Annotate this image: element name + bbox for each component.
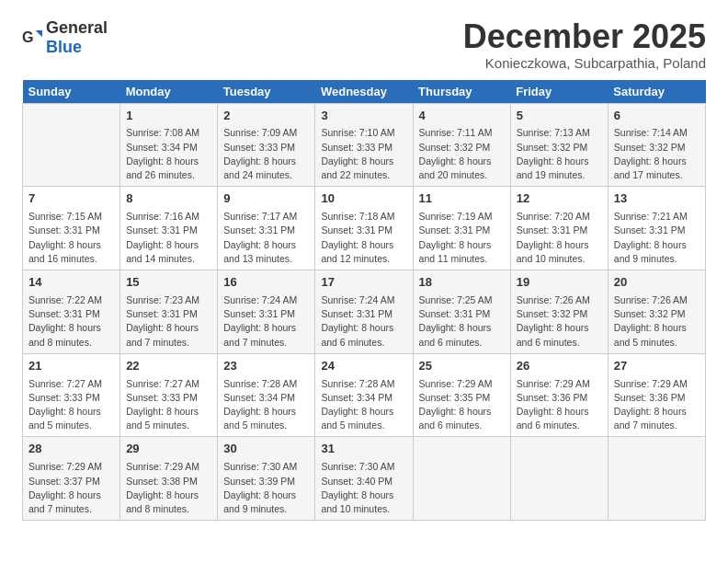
calendar-cell: 4Sunrise: 7:11 AM Sunset: 3:32 PM Daylig… (413, 103, 510, 187)
calendar-cell: 25Sunrise: 7:29 AM Sunset: 3:35 PM Dayli… (413, 353, 510, 437)
day-number: 16 (223, 274, 309, 292)
day-number: 20 (614, 274, 700, 292)
day-number: 9 (223, 190, 309, 208)
day-number: 12 (517, 190, 602, 208)
calendar-title: December 2025 (463, 18, 706, 55)
day-number: 15 (126, 274, 211, 292)
day-number: 2 (223, 108, 309, 125)
calendar-cell: 31Sunrise: 7:30 AM Sunset: 3:40 PM Dayli… (315, 437, 413, 521)
calendar-cell: 27Sunrise: 7:29 AM Sunset: 3:36 PM Dayli… (608, 353, 705, 437)
calendar-cell: 11Sunrise: 7:19 AM Sunset: 3:31 PM Dayli… (413, 187, 510, 270)
col-header-friday: Friday (510, 80, 608, 104)
cell-info: Sunrise: 7:29 AM Sunset: 3:35 PM Dayligh… (419, 377, 505, 433)
cell-info: Sunrise: 7:21 AM Sunset: 3:31 PM Dayligh… (614, 210, 700, 266)
col-header-sunday: Sunday (23, 80, 120, 104)
calendar-week-row: 28Sunrise: 7:29 AM Sunset: 3:37 PM Dayli… (23, 437, 706, 521)
cell-info: Sunrise: 7:17 AM Sunset: 3:31 PM Dayligh… (223, 210, 309, 266)
day-number: 3 (321, 108, 406, 125)
day-number: 14 (28, 274, 114, 292)
day-number: 19 (517, 274, 602, 292)
calendar-cell: 21Sunrise: 7:27 AM Sunset: 3:33 PM Dayli… (23, 353, 120, 437)
day-number: 6 (614, 108, 700, 125)
day-number: 29 (126, 441, 211, 458)
calendar-header-row: SundayMondayTuesdayWednesdayThursdayFrid… (23, 80, 706, 104)
cell-info: Sunrise: 7:09 AM Sunset: 3:33 PM Dayligh… (223, 126, 309, 182)
day-number: 27 (614, 358, 700, 375)
cell-info: Sunrise: 7:29 AM Sunset: 3:36 PM Dayligh… (517, 377, 602, 433)
calendar-cell: 3Sunrise: 7:10 AM Sunset: 3:33 PM Daylig… (315, 103, 413, 187)
day-number: 21 (28, 358, 114, 375)
cell-info: Sunrise: 7:24 AM Sunset: 3:31 PM Dayligh… (223, 293, 309, 350)
calendar-cell: 17Sunrise: 7:24 AM Sunset: 3:31 PM Dayli… (315, 270, 413, 354)
calendar-week-row: 21Sunrise: 7:27 AM Sunset: 3:33 PM Dayli… (23, 353, 706, 437)
calendar-cell: 10Sunrise: 7:18 AM Sunset: 3:31 PM Dayli… (315, 187, 413, 270)
calendar-cell: 26Sunrise: 7:29 AM Sunset: 3:36 PM Dayli… (510, 353, 608, 437)
calendar-cell: 16Sunrise: 7:24 AM Sunset: 3:31 PM Dayli… (218, 270, 315, 354)
cell-info: Sunrise: 7:24 AM Sunset: 3:31 PM Dayligh… (321, 293, 406, 350)
cell-info: Sunrise: 7:29 AM Sunset: 3:37 PM Dayligh… (28, 460, 114, 516)
cell-info: Sunrise: 7:25 AM Sunset: 3:31 PM Dayligh… (419, 293, 505, 350)
day-number: 7 (28, 190, 114, 208)
calendar-cell: 18Sunrise: 7:25 AM Sunset: 3:31 PM Dayli… (413, 270, 510, 354)
day-number: 11 (419, 190, 505, 208)
title-area: December 2025 Konieczkowa, Subcarpathia,… (463, 18, 706, 71)
day-number: 4 (419, 108, 505, 125)
cell-info: Sunrise: 7:16 AM Sunset: 3:31 PM Dayligh… (126, 210, 211, 266)
cell-info: Sunrise: 7:19 AM Sunset: 3:31 PM Dayligh… (419, 210, 505, 266)
day-number: 8 (126, 190, 211, 208)
day-number: 18 (419, 274, 505, 292)
svg-text:G: G (22, 29, 34, 45)
calendar-cell: 24Sunrise: 7:28 AM Sunset: 3:34 PM Dayli… (315, 353, 413, 437)
cell-info: Sunrise: 7:10 AM Sunset: 3:33 PM Dayligh… (321, 126, 406, 182)
cell-info: Sunrise: 7:27 AM Sunset: 3:33 PM Dayligh… (126, 377, 211, 433)
cell-info: Sunrise: 7:29 AM Sunset: 3:38 PM Dayligh… (126, 460, 211, 516)
cell-info: Sunrise: 7:15 AM Sunset: 3:31 PM Dayligh… (28, 210, 114, 266)
cell-info: Sunrise: 7:30 AM Sunset: 3:39 PM Dayligh… (223, 460, 309, 516)
calendar-cell: 30Sunrise: 7:30 AM Sunset: 3:39 PM Dayli… (218, 437, 315, 521)
cell-info: Sunrise: 7:22 AM Sunset: 3:31 PM Dayligh… (28, 293, 114, 350)
col-header-monday: Monday (120, 80, 218, 104)
cell-info: Sunrise: 7:11 AM Sunset: 3:32 PM Dayligh… (419, 126, 505, 182)
calendar-cell: 9Sunrise: 7:17 AM Sunset: 3:31 PM Daylig… (218, 187, 315, 270)
logo: G General Blue (22, 18, 108, 57)
calendar-cell: 14Sunrise: 7:22 AM Sunset: 3:31 PM Dayli… (23, 270, 120, 354)
cell-info: Sunrise: 7:26 AM Sunset: 3:32 PM Dayligh… (614, 293, 700, 350)
day-number: 30 (223, 441, 309, 458)
calendar-cell: 19Sunrise: 7:26 AM Sunset: 3:32 PM Dayli… (510, 270, 608, 354)
calendar-subtitle: Konieczkowa, Subcarpathia, Poland (463, 55, 706, 71)
day-number: 24 (321, 358, 406, 375)
day-number: 1 (126, 108, 211, 125)
calendar-week-row: 14Sunrise: 7:22 AM Sunset: 3:31 PM Dayli… (23, 270, 706, 354)
cell-info: Sunrise: 7:18 AM Sunset: 3:31 PM Dayligh… (321, 210, 406, 266)
calendar-cell: 28Sunrise: 7:29 AM Sunset: 3:37 PM Dayli… (23, 437, 120, 521)
cell-info: Sunrise: 7:29 AM Sunset: 3:36 PM Dayligh… (614, 377, 700, 433)
day-number: 31 (321, 441, 406, 458)
logo-icon: G (22, 28, 42, 48)
cell-info: Sunrise: 7:28 AM Sunset: 3:34 PM Dayligh… (321, 377, 406, 433)
calendar-week-row: 1Sunrise: 7:08 AM Sunset: 3:34 PM Daylig… (23, 103, 706, 187)
calendar-cell (510, 437, 608, 521)
day-number: 26 (517, 358, 602, 375)
calendar-cell: 22Sunrise: 7:27 AM Sunset: 3:33 PM Dayli… (120, 353, 218, 437)
calendar-cell: 12Sunrise: 7:20 AM Sunset: 3:31 PM Dayli… (510, 187, 608, 270)
col-header-thursday: Thursday (413, 80, 510, 104)
day-number: 25 (419, 358, 505, 375)
day-number: 28 (28, 441, 114, 458)
calendar-cell: 6Sunrise: 7:14 AM Sunset: 3:32 PM Daylig… (608, 103, 705, 187)
calendar-cell (413, 437, 510, 521)
logo-general: General (46, 18, 108, 37)
day-number: 5 (517, 108, 602, 125)
cell-info: Sunrise: 7:14 AM Sunset: 3:32 PM Dayligh… (614, 126, 700, 182)
day-number: 23 (223, 358, 309, 375)
calendar-cell: 2Sunrise: 7:09 AM Sunset: 3:33 PM Daylig… (218, 103, 315, 187)
day-number: 22 (126, 358, 211, 375)
calendar-cell: 13Sunrise: 7:21 AM Sunset: 3:31 PM Dayli… (608, 187, 705, 270)
day-number: 17 (321, 274, 406, 292)
calendar-cell (23, 103, 120, 187)
calendar-week-row: 7Sunrise: 7:15 AM Sunset: 3:31 PM Daylig… (23, 187, 706, 270)
col-header-wednesday: Wednesday (315, 80, 413, 104)
cell-info: Sunrise: 7:30 AM Sunset: 3:40 PM Dayligh… (321, 460, 406, 516)
calendar-cell: 7Sunrise: 7:15 AM Sunset: 3:31 PM Daylig… (23, 187, 120, 270)
calendar-cell: 5Sunrise: 7:13 AM Sunset: 3:32 PM Daylig… (510, 103, 608, 187)
day-number: 13 (614, 190, 700, 208)
